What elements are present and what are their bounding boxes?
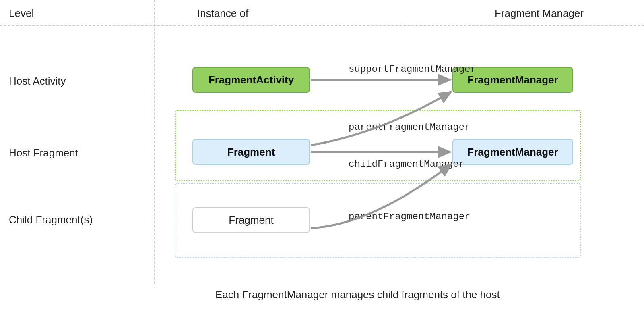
footnote-text: Each FragmentManager manages child fragm… <box>215 289 500 301</box>
fragment-mid-box: Fragment <box>192 139 310 165</box>
level-child-fragments: Child Fragment(s) <box>9 214 93 226</box>
edge-parent-fm-1-label: parentFragmentManager <box>349 122 470 133</box>
fragment-manager-top-label: FragmentManager <box>467 74 558 86</box>
fragment-activity-label: FragmentActivity <box>208 74 294 86</box>
fragment-child-box: Fragment <box>192 207 310 233</box>
fragment-mid-label: Fragment <box>227 146 275 158</box>
level-host-activity: Host Activity <box>9 75 66 87</box>
header-fragment-manager: Fragment Manager <box>495 7 584 20</box>
vertical-divider <box>154 0 155 284</box>
header-level: Level <box>9 7 34 20</box>
header-instance-of: Instance of <box>197 7 248 20</box>
edge-child-fm-label: childFragmentManager <box>349 159 464 170</box>
level-host-fragment: Host Fragment <box>9 147 78 159</box>
fragment-activity-box: FragmentActivity <box>192 67 310 93</box>
fragment-manager-mid-box: FragmentManager <box>452 139 573 165</box>
fragment-manager-mid-label: FragmentManager <box>467 146 558 158</box>
edge-parent-fm-2-label: parentFragmentManager <box>349 211 470 222</box>
edge-support-fm-label: supportFragmentManager <box>349 64 476 75</box>
fragment-child-label: Fragment <box>229 214 273 227</box>
column-headers: Level Instance of Fragment Manager <box>0 7 644 23</box>
horizontal-divider <box>0 25 644 26</box>
